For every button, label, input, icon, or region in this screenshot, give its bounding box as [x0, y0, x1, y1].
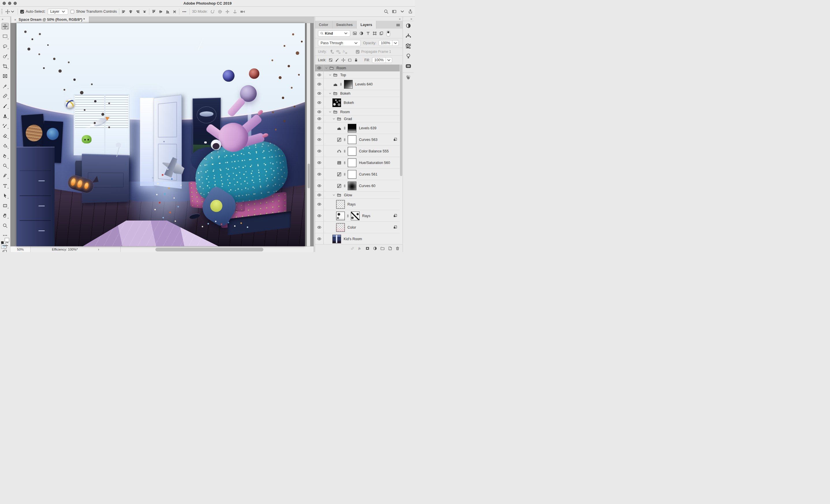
cube3d-icon[interactable]: [406, 43, 411, 49]
3d-camera-icon[interactable]: [240, 9, 245, 14]
visibility-eye-icon[interactable]: [315, 78, 324, 90]
layer-thumbnail[interactable]: [336, 223, 345, 232]
layer-row-curves-60[interactable]: Curves 60: [315, 180, 400, 192]
tool-zoom[interactable]: [1, 222, 9, 229]
chain-icon[interactable]: [350, 246, 355, 250]
vertical-scroll-thumb[interactable]: [308, 164, 310, 188]
layer-row-levels-640[interactable]: Levels 640: [315, 78, 400, 90]
document-tab[interactable]: × Space Dream @ 50% (Room, RGB/8*) *: [11, 16, 89, 23]
zoom-level-field[interactable]: 50%: [10, 246, 31, 252]
auto-select-checkbox[interactable]: Auto-Select:: [20, 9, 45, 13]
layer-row-kid-s-room[interactable]: Kid's Room: [315, 233, 400, 244]
layer-name[interactable]: Curves 561: [358, 172, 378, 176]
visibility-eye-icon[interactable]: [315, 65, 324, 71]
3d-slide-icon[interactable]: [232, 9, 237, 14]
mask-link-icon[interactable]: [343, 137, 346, 142]
panel-tab-swatches[interactable]: Swatches: [332, 21, 357, 29]
3d-orbit-icon[interactable]: [210, 9, 215, 14]
mask-link-icon[interactable]: [343, 161, 346, 165]
layer-row-room[interactable]: Room: [315, 65, 400, 72]
close-tab-icon[interactable]: ×: [14, 18, 17, 22]
lock-move-icon[interactable]: [341, 58, 345, 62]
filter-kind-dropdown[interactable]: Kind: [318, 30, 350, 37]
layer-name[interactable]: Rays: [346, 202, 355, 206]
layer-name[interactable]: Room: [335, 66, 346, 70]
unify-eye-icon[interactable]: [336, 49, 341, 54]
close-window-button[interactable]: [3, 2, 6, 5]
visibility-eye-icon[interactable]: [315, 115, 324, 122]
show-transform-checkbox[interactable]: Show Transform Controls: [70, 9, 117, 13]
visibility-eye-icon[interactable]: [315, 169, 324, 180]
fx-icon[interactable]: [358, 246, 362, 250]
tool-hand[interactable]: [1, 212, 9, 219]
auto-select-target-dropdown[interactable]: Layer: [47, 9, 68, 15]
tool-lasso[interactable]: [1, 43, 9, 49]
filter-type-icon[interactable]: [366, 31, 370, 35]
channels-icon[interactable]: [406, 74, 411, 80]
canvas-image[interactable]: [17, 23, 305, 246]
layer-mask-thumbnail[interactable]: [348, 170, 356, 179]
layer-mask-thumbnail[interactable]: [348, 159, 356, 167]
tool-stamp[interactable]: [1, 112, 9, 120]
align-right-icon[interactable]: [135, 9, 140, 14]
checkbox-checked[interactable]: [20, 10, 24, 13]
mask-link-icon[interactable]: [343, 183, 346, 188]
align-top-icon[interactable]: [152, 9, 156, 14]
checkbox-checked[interactable]: [356, 50, 359, 54]
layer-name[interactable]: Levels 640: [354, 82, 373, 86]
layer-mask-thumbnail[interactable]: [348, 147, 356, 156]
layer-row-hue-saturation-560[interactable]: Hue/Saturation 560: [315, 157, 400, 169]
more-options-button[interactable]: •••: [182, 10, 187, 13]
filter-adjust-icon[interactable]: [406, 23, 411, 29]
visibility-eye-icon[interactable]: [315, 90, 324, 97]
visibility-eye-icon[interactable]: [315, 145, 324, 157]
canvas-horizontal-scrollbar[interactable]: [121, 246, 314, 252]
opacity-field[interactable]: 100%: [379, 40, 399, 46]
layer-row-levels-639[interactable]: Levels 639: [315, 123, 400, 134]
layer-name[interactable]: Bokeh: [339, 92, 350, 96]
newlayer-icon[interactable]: [388, 246, 392, 250]
layer-mask-thumbnail[interactable]: [348, 124, 356, 133]
lock-transparent-icon[interactable]: [329, 58, 333, 62]
filter-shape-icon[interactable]: [373, 31, 377, 35]
layer-mask-thumbnail[interactable]: [344, 80, 353, 89]
chevron-down-icon[interactable]: [400, 9, 405, 14]
canvas-area[interactable]: [10, 23, 314, 246]
distribute-v-icon[interactable]: [172, 9, 177, 14]
layer-name[interactable]: Curves 60: [358, 184, 376, 188]
panel-tab-layers[interactable]: Layers: [357, 21, 376, 29]
tool-crop[interactable]: [1, 63, 9, 70]
layer-name[interactable]: Kid's Room: [343, 237, 362, 241]
tool-pathselect[interactable]: [1, 192, 9, 199]
expand-chevron-icon[interactable]: [329, 92, 331, 95]
tool-type[interactable]: [1, 182, 9, 189]
tool-quickselect[interactable]: [1, 53, 9, 60]
screen-mode-button[interactable]: [2, 249, 8, 252]
visibility-eye-icon[interactable]: [315, 233, 324, 244]
unify-fx-icon[interactable]: [343, 49, 347, 54]
distribute-h-icon[interactable]: [142, 9, 147, 14]
tool-brush[interactable]: [1, 102, 9, 109]
panel-tab-color[interactable]: Color: [315, 21, 332, 29]
tool-bucket[interactable]: [1, 142, 9, 149]
background-color-swatch[interactable]: [5, 238, 9, 242]
collapse-dock-button[interactable]: »: [399, 17, 400, 21]
visibility-eye-icon[interactable]: [315, 97, 324, 108]
mask-link-icon[interactable]: [343, 172, 346, 177]
layer-row-curves-561[interactable]: Curves 561: [315, 169, 400, 180]
align-left-icon[interactable]: [122, 9, 126, 14]
visibility-eye-icon[interactable]: [315, 123, 324, 134]
mask-link-icon[interactable]: [343, 126, 346, 131]
visibility-eye-icon[interactable]: [315, 157, 324, 168]
share-icon[interactable]: [408, 9, 413, 14]
mask-link-icon[interactable]: [346, 213, 349, 218]
tool-history[interactable]: [1, 123, 9, 129]
propagate-frame-checkbox[interactable]: Propagate Frame 1: [356, 49, 391, 54]
mask-icon[interactable]: [365, 246, 370, 250]
layer-row-grad[interactable]: Grad: [315, 115, 400, 123]
tool-eraser[interactable]: [1, 133, 9, 139]
options-bar-grip[interactable]: [1, 9, 3, 14]
canvas-vertical-scrollbar[interactable]: [307, 23, 310, 246]
paths-icon[interactable]: [406, 33, 411, 39]
window-controls[interactable]: [3, 2, 17, 5]
